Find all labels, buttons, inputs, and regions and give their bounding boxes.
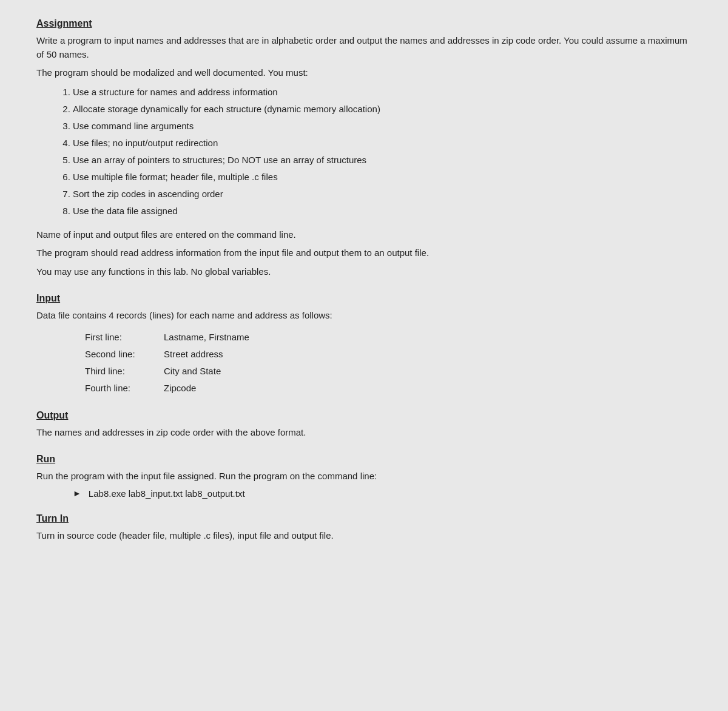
assignment-note1: Name of input and output files are enter… bbox=[36, 228, 692, 242]
line-value: Zipcode bbox=[164, 381, 692, 396]
run-command-line: ► Lab8.exe lab8_input.txt lab8_output.tx… bbox=[73, 488, 692, 499]
line-label: Third line: bbox=[85, 364, 164, 379]
run-section: Run Run the program with the input file … bbox=[36, 454, 692, 499]
line-value: Lastname, Firstname bbox=[164, 330, 692, 345]
run-title: Run bbox=[36, 454, 692, 465]
assignment-requirements-list: Use a structure for names and address in… bbox=[73, 85, 692, 218]
output-title: Output bbox=[36, 410, 692, 421]
input-table: First line: Lastname, Firstname Second l… bbox=[85, 330, 692, 396]
turnin-section: Turn In Turn in source code (header file… bbox=[36, 513, 692, 543]
list-item: Use multiple file format; header file, m… bbox=[73, 170, 692, 184]
output-description: The names and addresses in zip code orde… bbox=[36, 426, 692, 440]
table-row: First line: Lastname, Firstname bbox=[85, 330, 692, 345]
list-item: Use a structure for names and address in… bbox=[73, 85, 692, 99]
list-item: Use files; no input/output redirection bbox=[73, 136, 692, 150]
list-item: Use the data file assigned bbox=[73, 204, 692, 218]
arrow-icon: ► bbox=[73, 488, 81, 498]
list-item: Use an array of pointers to structures; … bbox=[73, 153, 692, 167]
turnin-title: Turn In bbox=[36, 513, 692, 524]
output-section: Output The names and addresses in zip co… bbox=[36, 410, 692, 440]
assignment-section: Assignment Write a program to input name… bbox=[36, 18, 692, 278]
run-command-text: Lab8.exe lab8_input.txt lab8_output.txt bbox=[89, 488, 245, 499]
line-label: First line: bbox=[85, 330, 164, 345]
assignment-note3: You may use any functions in this lab. N… bbox=[36, 265, 692, 279]
turnin-description: Turn in source code (header file, multip… bbox=[36, 529, 692, 543]
list-item: Sort the zip codes in ascending order bbox=[73, 187, 692, 201]
assignment-title: Assignment bbox=[36, 18, 692, 29]
input-description: Data file contains 4 records (lines) for… bbox=[36, 309, 692, 323]
assignment-description1: Write a program to input names and addre… bbox=[36, 34, 692, 61]
assignment-note2: The program should read address informat… bbox=[36, 246, 692, 260]
line-label: Fourth line: bbox=[85, 381, 164, 396]
assignment-description2: The program should be modalized and well… bbox=[36, 66, 692, 80]
line-value: Street address bbox=[164, 347, 692, 362]
line-value: City and State bbox=[164, 364, 692, 379]
table-row: Fourth line: Zipcode bbox=[85, 381, 692, 396]
run-description: Run the program with the input file assi… bbox=[36, 470, 692, 484]
list-item: Use command line arguments bbox=[73, 119, 692, 133]
list-item: Allocate storage dynamically for each st… bbox=[73, 102, 692, 116]
table-row: Third line: City and State bbox=[85, 364, 692, 379]
input-section: Input Data file contains 4 records (line… bbox=[36, 293, 692, 396]
table-row: Second line: Street address bbox=[85, 347, 692, 362]
input-title: Input bbox=[36, 293, 692, 304]
line-label: Second line: bbox=[85, 347, 164, 362]
